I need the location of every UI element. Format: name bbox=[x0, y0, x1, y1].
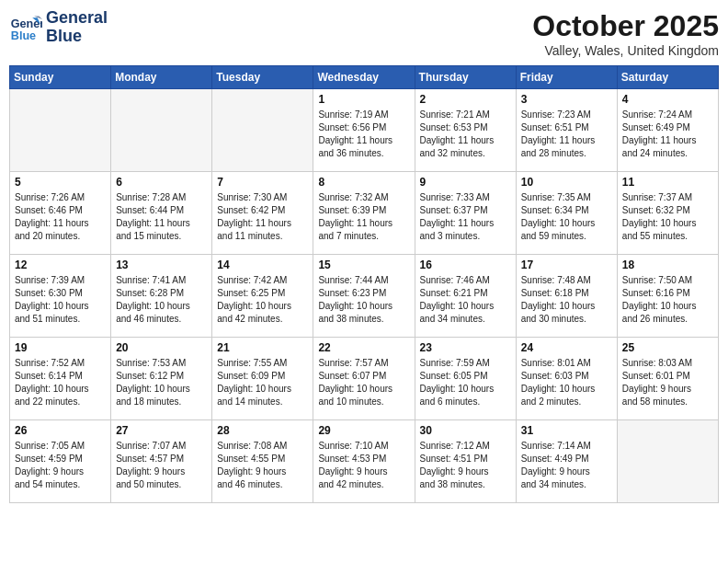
calendar-day-cell: 19Sunrise: 7:52 AMSunset: 6:14 PMDayligh… bbox=[10, 338, 111, 420]
calendar-day-cell: 7Sunrise: 7:30 AMSunset: 6:42 PMDaylight… bbox=[212, 172, 313, 255]
day-info: Sunrise: 7:39 AMSunset: 6:30 PMDaylight:… bbox=[15, 274, 106, 326]
calendar-day-cell: 1Sunrise: 7:19 AMSunset: 6:56 PMDaylight… bbox=[313, 89, 415, 172]
calendar-week-row: 5Sunrise: 7:26 AMSunset: 6:46 PMDaylight… bbox=[10, 172, 719, 255]
calendar-day-cell: 9Sunrise: 7:33 AMSunset: 6:37 PMDaylight… bbox=[415, 172, 516, 255]
calendar-day-cell: 15Sunrise: 7:44 AMSunset: 6:23 PMDayligh… bbox=[313, 255, 415, 338]
day-number: 4 bbox=[622, 93, 713, 106]
day-info: Sunrise: 7:24 AMSunset: 6:49 PMDaylight:… bbox=[622, 109, 713, 160]
day-info: Sunrise: 7:46 AMSunset: 6:21 PMDaylight:… bbox=[420, 274, 511, 326]
calendar-week-row: 12Sunrise: 7:39 AMSunset: 6:30 PMDayligh… bbox=[10, 255, 719, 338]
calendar-week-row: 26Sunrise: 7:05 AMSunset: 4:59 PMDayligh… bbox=[10, 420, 719, 503]
calendar-day-cell: 2Sunrise: 7:21 AMSunset: 6:53 PMDaylight… bbox=[415, 89, 516, 172]
calendar-day-cell: 8Sunrise: 7:32 AMSunset: 6:39 PMDaylight… bbox=[313, 172, 415, 255]
day-info: Sunrise: 7:23 AMSunset: 6:51 PMDaylight:… bbox=[521, 109, 612, 160]
weekday-header: Wednesday bbox=[313, 66, 415, 89]
day-number: 26 bbox=[15, 424, 106, 437]
day-info: Sunrise: 7:26 AMSunset: 6:46 PMDaylight:… bbox=[15, 191, 106, 243]
day-info: Sunrise: 7:08 AMSunset: 4:55 PMDaylight:… bbox=[217, 440, 308, 491]
calendar-day-cell: 11Sunrise: 7:37 AMSunset: 6:32 PMDayligh… bbox=[617, 172, 718, 255]
calendar-day-cell: 28Sunrise: 7:08 AMSunset: 4:55 PMDayligh… bbox=[212, 420, 313, 503]
calendar-day-cell bbox=[10, 89, 111, 172]
day-info: Sunrise: 7:41 AMSunset: 6:28 PMDaylight:… bbox=[116, 274, 207, 326]
svg-text:Blue: Blue bbox=[11, 29, 36, 41]
day-info: Sunrise: 7:07 AMSunset: 4:57 PMDaylight:… bbox=[116, 440, 207, 491]
month-title: October 2025 bbox=[532, 9, 719, 43]
day-number: 3 bbox=[521, 93, 612, 106]
calendar-day-cell: 29Sunrise: 7:10 AMSunset: 4:53 PMDayligh… bbox=[313, 420, 415, 503]
day-info: Sunrise: 7:28 AMSunset: 6:44 PMDaylight:… bbox=[116, 191, 207, 243]
day-info: Sunrise: 7:48 AMSunset: 6:18 PMDaylight:… bbox=[521, 274, 612, 326]
day-info: Sunrise: 7:35 AMSunset: 6:34 PMDaylight:… bbox=[521, 191, 612, 243]
day-number: 2 bbox=[420, 93, 511, 106]
day-number: 9 bbox=[420, 176, 511, 189]
day-number: 16 bbox=[420, 259, 511, 271]
day-info: Sunrise: 7:53 AMSunset: 6:12 PMDaylight:… bbox=[116, 357, 207, 408]
day-number: 30 bbox=[420, 424, 511, 437]
calendar-day-cell: 17Sunrise: 7:48 AMSunset: 6:18 PMDayligh… bbox=[516, 255, 617, 338]
day-info: Sunrise: 7:32 AMSunset: 6:39 PMDaylight:… bbox=[318, 191, 409, 243]
day-number: 24 bbox=[521, 341, 612, 354]
calendar-header: SundayMondayTuesdayWednesdayThursdayFrid… bbox=[10, 66, 719, 89]
day-number: 23 bbox=[420, 341, 511, 354]
day-number: 29 bbox=[318, 424, 409, 437]
logo-text: General Blue bbox=[46, 9, 108, 46]
day-number: 20 bbox=[116, 341, 207, 354]
day-info: Sunrise: 7:42 AMSunset: 6:25 PMDaylight:… bbox=[217, 274, 308, 326]
calendar-week-row: 19Sunrise: 7:52 AMSunset: 6:14 PMDayligh… bbox=[10, 338, 719, 420]
day-number: 31 bbox=[521, 424, 612, 437]
day-number: 14 bbox=[217, 259, 308, 271]
day-number: 12 bbox=[15, 259, 106, 271]
day-number: 5 bbox=[15, 176, 106, 189]
calendar-day-cell: 25Sunrise: 8:03 AMSunset: 6:01 PMDayligh… bbox=[617, 338, 718, 420]
day-info: Sunrise: 7:57 AMSunset: 6:07 PMDaylight:… bbox=[318, 357, 409, 408]
day-number: 28 bbox=[217, 424, 308, 437]
calendar-day-cell: 24Sunrise: 8:01 AMSunset: 6:03 PMDayligh… bbox=[516, 338, 617, 420]
weekday-header: Saturday bbox=[617, 66, 718, 89]
day-info: Sunrise: 7:12 AMSunset: 4:51 PMDaylight:… bbox=[420, 440, 511, 491]
day-number: 17 bbox=[521, 259, 612, 271]
calendar-day-cell: 16Sunrise: 7:46 AMSunset: 6:21 PMDayligh… bbox=[415, 255, 516, 338]
day-number: 18 bbox=[622, 259, 713, 271]
day-number: 1 bbox=[318, 93, 409, 106]
calendar-day-cell: 26Sunrise: 7:05 AMSunset: 4:59 PMDayligh… bbox=[10, 420, 111, 503]
calendar-day-cell: 3Sunrise: 7:23 AMSunset: 6:51 PMDaylight… bbox=[516, 89, 617, 172]
calendar-day-cell: 30Sunrise: 7:12 AMSunset: 4:51 PMDayligh… bbox=[415, 420, 516, 503]
location-subtitle: Valley, Wales, United Kingdom bbox=[532, 43, 719, 58]
day-info: Sunrise: 7:44 AMSunset: 6:23 PMDaylight:… bbox=[318, 274, 409, 326]
day-number: 22 bbox=[318, 341, 409, 354]
calendar-day-cell bbox=[617, 420, 718, 503]
day-number: 19 bbox=[15, 341, 106, 354]
calendar-day-cell: 14Sunrise: 7:42 AMSunset: 6:25 PMDayligh… bbox=[212, 255, 313, 338]
calendar-day-cell: 22Sunrise: 7:57 AMSunset: 6:07 PMDayligh… bbox=[313, 338, 415, 420]
day-info: Sunrise: 7:14 AMSunset: 4:49 PMDaylight:… bbox=[521, 440, 612, 491]
calendar-day-cell: 6Sunrise: 7:28 AMSunset: 6:44 PMDaylight… bbox=[111, 172, 212, 255]
day-number: 6 bbox=[116, 176, 207, 189]
day-number: 15 bbox=[318, 259, 409, 271]
day-info: Sunrise: 7:52 AMSunset: 6:14 PMDaylight:… bbox=[15, 357, 106, 408]
title-block: October 2025 Valley, Wales, United Kingd… bbox=[532, 9, 719, 58]
calendar-day-cell: 23Sunrise: 7:59 AMSunset: 6:05 PMDayligh… bbox=[415, 338, 516, 420]
logo: General Blue General Blue bbox=[9, 9, 108, 46]
logo-icon: General Blue bbox=[9, 11, 42, 44]
weekday-header: Sunday bbox=[10, 66, 111, 89]
calendar-day-cell: 13Sunrise: 7:41 AMSunset: 6:28 PMDayligh… bbox=[111, 255, 212, 338]
day-number: 10 bbox=[521, 176, 612, 189]
calendar-day-cell bbox=[212, 89, 313, 172]
day-info: Sunrise: 7:59 AMSunset: 6:05 PMDaylight:… bbox=[420, 357, 511, 408]
day-info: Sunrise: 7:21 AMSunset: 6:53 PMDaylight:… bbox=[420, 109, 511, 160]
calendar-day-cell: 31Sunrise: 7:14 AMSunset: 4:49 PMDayligh… bbox=[516, 420, 617, 503]
calendar-day-cell: 4Sunrise: 7:24 AMSunset: 6:49 PMDaylight… bbox=[617, 89, 718, 172]
day-info: Sunrise: 8:01 AMSunset: 6:03 PMDaylight:… bbox=[521, 357, 612, 408]
day-number: 8 bbox=[318, 176, 409, 189]
weekday-header: Tuesday bbox=[212, 66, 313, 89]
day-number: 7 bbox=[217, 176, 308, 189]
day-info: Sunrise: 7:30 AMSunset: 6:42 PMDaylight:… bbox=[217, 191, 308, 243]
day-number: 21 bbox=[217, 341, 308, 354]
calendar-day-cell: 12Sunrise: 7:39 AMSunset: 6:30 PMDayligh… bbox=[10, 255, 111, 338]
weekday-header: Friday bbox=[516, 66, 617, 89]
calendar-week-row: 1Sunrise: 7:19 AMSunset: 6:56 PMDaylight… bbox=[10, 89, 719, 172]
calendar-day-cell: 27Sunrise: 7:07 AMSunset: 4:57 PMDayligh… bbox=[111, 420, 212, 503]
day-info: Sunrise: 7:19 AMSunset: 6:56 PMDaylight:… bbox=[318, 109, 409, 160]
day-number: 13 bbox=[116, 259, 207, 271]
day-number: 11 bbox=[622, 176, 713, 189]
